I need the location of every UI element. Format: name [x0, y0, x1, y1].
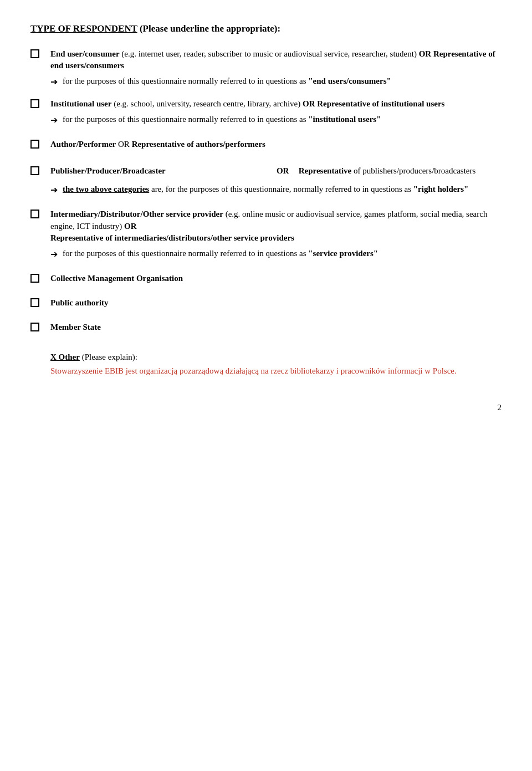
checkbox-member-state[interactable]: [30, 321, 50, 335]
arrow-icon-1: ➔: [50, 75, 60, 88]
arrow-icon-3: ➔: [50, 183, 60, 196]
checkbox-publisher[interactable]: [30, 165, 50, 179]
publisher-bold: Publisher/Producer/Broadcaster: [50, 166, 166, 175]
publisher-col-or: OR: [267, 165, 299, 177]
right-holders-arrow-text: the two above categories are, for the pu…: [63, 183, 468, 196]
publisher-rep-rest: of publishers/producers/broadcasters: [351, 166, 475, 175]
section-institutional-user: Institutional user (e.g. school, univers…: [30, 98, 502, 126]
other-red-text: Stowarzyszenie EBIB jest organizacją poz…: [50, 365, 502, 377]
author-performer-rep-bold: Representative of authors/performers: [132, 140, 265, 149]
other-label: X Other (Please explain):: [50, 351, 502, 364]
section-member-state: Member State: [30, 321, 502, 336]
author-performer-or: OR: [116, 140, 131, 149]
public-authority-bold: Public authority: [50, 298, 109, 307]
publisher-row: Publisher/Producer/Broadcaster OR Repres…: [50, 165, 502, 177]
member-state-bold: Member State: [50, 323, 101, 331]
end-user-label: End user/consumer (e.g. internet user, r…: [50, 48, 502, 73]
institutional-user-or: OR: [303, 99, 315, 108]
end-user-arrow-line: ➔ for the purposes of this questionnaire…: [50, 75, 502, 88]
checkbox-end-user[interactable]: [30, 48, 50, 62]
intermediary-arrow-text: for the purposes of this questionnaire n…: [63, 248, 378, 260]
author-performer-bold: Author/Performer: [50, 140, 116, 149]
publisher-col-left: Publisher/Producer/Broadcaster: [50, 165, 267, 177]
section-intermediary: Intermediary/Distributor/Other service p…: [30, 208, 502, 261]
checkbox-collective[interactable]: [30, 273, 50, 287]
page-number: 2: [30, 402, 502, 414]
other-x-label: X Other: [50, 353, 80, 361]
intermediary-rep-bold: Representative of intermediaries/distrib…: [50, 233, 294, 242]
intermediary-arrow-line: ➔ for the purposes of this questionnaire…: [50, 248, 502, 261]
institutional-user-arrow-line: ➔ for the purposes of this questionnaire…: [50, 114, 502, 126]
arrow-icon-2: ➔: [50, 114, 60, 126]
intermediary-or: OR: [124, 222, 137, 231]
end-user-bold: End user/consumer: [50, 49, 120, 58]
public-authority-label: Public authority: [50, 297, 502, 309]
checkbox-other-placeholder: [30, 351, 50, 353]
section-publisher: Publisher/Producer/Broadcaster OR Repres…: [30, 165, 502, 179]
page-title: TYPE OF RESPONDENT (Please underline the…: [30, 22, 502, 36]
intermediary-label: Intermediary/Distributor/Other service p…: [50, 208, 502, 244]
institutional-user-bold: Institutional user: [50, 99, 111, 108]
section-author-performer: Author/Performer OR Representative of au…: [30, 139, 502, 153]
collective-label: Collective Management Organisation: [50, 273, 502, 285]
section-end-user: End user/consumer (e.g. internet user, r…: [30, 48, 502, 89]
title-underline: TYPE OF RESPONDENT: [30, 23, 137, 34]
institutional-user-label: Institutional user (e.g. school, univers…: [50, 98, 502, 110]
end-user-rest: (e.g. internet user, reader, subscriber …: [120, 49, 419, 58]
section-collective: Collective Management Organisation: [30, 273, 502, 287]
checkbox-author-performer[interactable]: [30, 139, 50, 152]
end-user-arrow-text: for the purposes of this questionnaire n…: [63, 75, 391, 88]
institutional-user-rep-bold: Representative of institutional users: [317, 99, 444, 108]
section-public-authority: Public authority: [30, 297, 502, 312]
publisher-rep-bold: Representative: [299, 166, 352, 175]
publisher-or-text: OR: [277, 166, 289, 175]
section-other: X Other (Please explain): Stowarzyszenie…: [30, 351, 502, 380]
checkbox-institutional-user[interactable]: [30, 98, 50, 112]
checkbox-intermediary[interactable]: [30, 208, 50, 222]
institutional-user-rest: (e.g. school, university, research centr…: [111, 99, 303, 108]
author-performer-label: Author/Performer OR Representative of au…: [50, 139, 502, 151]
end-user-or: OR: [419, 49, 433, 58]
title-rest: (Please underline the appropriate):: [137, 23, 280, 34]
member-state-label: Member State: [50, 321, 502, 334]
collective-bold: Collective Management Organisation: [50, 274, 183, 283]
intermediary-bold: Intermediary/Distributor/Other service p…: [50, 210, 223, 218]
publisher-col-right: Representative of publishers/producers/b…: [299, 165, 502, 177]
checkbox-public-authority[interactable]: [30, 297, 50, 311]
institutional-user-arrow-text: for the purposes of this questionnaire n…: [63, 114, 381, 126]
right-holders-arrow-line: ➔ the two above categories are, for the …: [50, 183, 502, 196]
other-explain: (Please explain):: [80, 353, 137, 361]
arrow-icon-4: ➔: [50, 248, 60, 261]
